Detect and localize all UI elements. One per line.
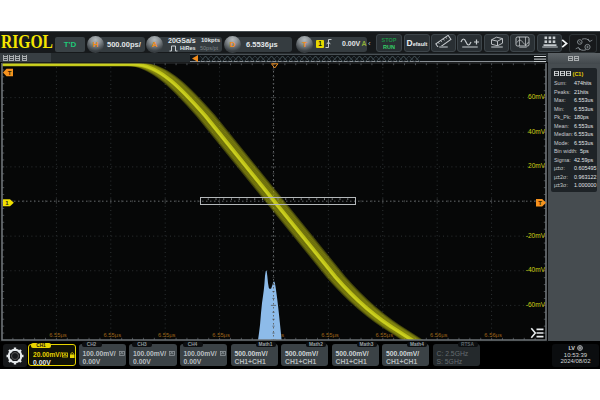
- svg-text:6.55μs: 6.55μs: [321, 332, 339, 338]
- svg-text:6.55μs: 6.55μs: [104, 332, 122, 338]
- svg-text:60mV: 60mV: [528, 93, 546, 100]
- svg-text:T: T: [538, 200, 542, 206]
- svg-text:-40mV: -40mV: [526, 266, 546, 273]
- svg-text:20mV: 20mV: [528, 162, 546, 169]
- svg-text:6.55μs: 6.55μs: [49, 332, 67, 338]
- svg-text:40mV: 40mV: [528, 128, 546, 135]
- svg-text:6.56μs: 6.56μs: [484, 332, 502, 338]
- svg-text:6.55μs: 6.55μs: [158, 332, 176, 338]
- svg-text:-60mV: -60mV: [526, 301, 546, 308]
- svg-text:-20mV: -20mV: [526, 232, 546, 239]
- svg-text:6.56μs: 6.56μs: [430, 332, 448, 338]
- svg-text:T: T: [8, 70, 12, 76]
- svg-text:6.55μs: 6.55μs: [212, 332, 230, 338]
